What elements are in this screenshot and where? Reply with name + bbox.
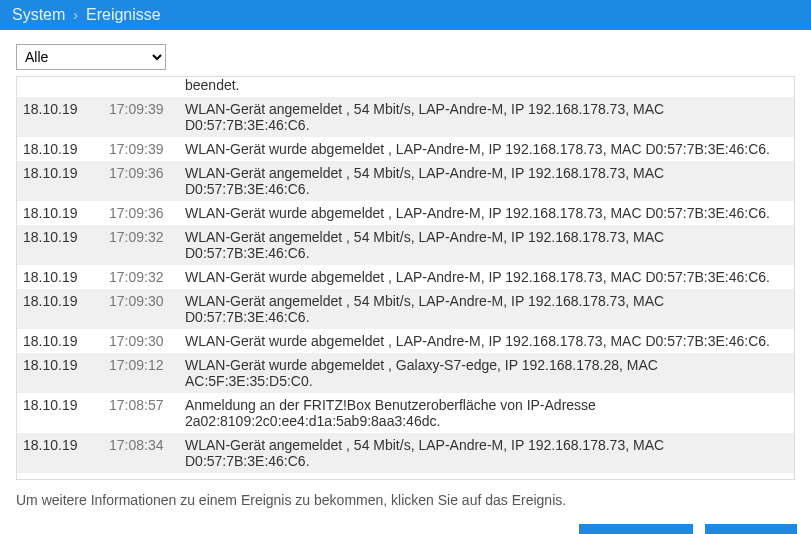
event-message: beendet. [179,77,794,97]
event-message: WLAN-Gerät wurde abgemeldet , LAP-Andre-… [179,329,794,353]
table-row[interactable]: 18.10.1917:09:36WLAN-Gerät angemeldet , … [17,161,794,201]
table-row[interactable]: 18.10.1917:09:36WLAN-Gerät wurde abgemel… [17,201,794,225]
event-message: WLAN-Gerät wurde abgemeldet , LAP-Andre-… [179,473,794,480]
event-log-container: beendet.18.10.1917:09:39WLAN-Gerät angem… [16,76,795,480]
table-row[interactable]: 18.10.1917:08:34WLAN-Gerät angemeldet , … [17,433,794,473]
event-message: WLAN-Gerät angemeldet , 54 Mbit/s, LAP-A… [179,289,794,329]
table-row[interactable]: 18.10.1917:09:32WLAN-Gerät angemeldet , … [17,225,794,265]
event-date: 18.10.19 [17,137,103,161]
event-message: WLAN-Gerät wurde abgemeldet , Galaxy-S7-… [179,353,794,393]
event-date: 18.10.19 [17,161,103,201]
event-time: 17:09:36 [103,201,179,225]
table-row[interactable]: 18.10.1917:09:32WLAN-Gerät wurde abgemel… [17,265,794,289]
event-filter-select[interactable]: Alle [16,44,166,70]
event-time: 17:09:39 [103,137,179,161]
event-message: WLAN-Gerät wurde abgemeldet , LAP-Andre-… [179,137,794,161]
refresh-button[interactable]: Aktualisie [705,524,797,534]
event-message: WLAN-Gerät angemeldet , 54 Mbit/s, LAP-A… [179,225,794,265]
hint-text: Um weitere Informationen zu einem Ereign… [16,492,795,508]
breadcrumb: System › Ereignisse [0,0,811,30]
event-message: Anmeldung an der FRITZ!Box Benutzeroberf… [179,393,794,433]
event-message: WLAN-Gerät wurde abgemeldet , LAP-Andre-… [179,201,794,225]
event-date: 18.10.19 [17,353,103,393]
breadcrumb-events: Ereignisse [86,6,161,24]
breadcrumb-system[interactable]: System [12,6,65,24]
event-table: beendet.18.10.1917:09:39WLAN-Gerät angem… [17,77,794,480]
event-date: 18.10.19 [17,201,103,225]
event-date: 18.10.19 [17,393,103,433]
table-row[interactable]: 18.10.1917:08:57Anmeldung an der FRITZ!B… [17,393,794,433]
event-time: 17:08:34 [103,473,179,480]
event-time: 17:09:30 [103,329,179,353]
event-time: 17:09:36 [103,161,179,201]
event-time: 17:08:57 [103,393,179,433]
event-date: 18.10.19 [17,433,103,473]
event-date: 18.10.19 [17,225,103,265]
event-time: 17:09:12 [103,353,179,393]
event-time: 17:09:32 [103,265,179,289]
table-row[interactable]: 18.10.1917:09:12WLAN-Gerät wurde abgemel… [17,353,794,393]
event-message: WLAN-Gerät angemeldet , 54 Mbit/s, LAP-A… [179,433,794,473]
clear-list-button[interactable]: Liste löschen [579,524,693,534]
event-message: WLAN-Gerät angemeldet , 54 Mbit/s, LAP-A… [179,97,794,137]
event-date: 18.10.19 [17,329,103,353]
event-time: 17:09:32 [103,225,179,265]
event-time: 17:08:34 [103,433,179,473]
event-date: 18.10.19 [17,289,103,329]
table-row[interactable]: 18.10.1917:09:30WLAN-Gerät angemeldet , … [17,289,794,329]
table-row[interactable]: 18.10.1917:09:39WLAN-Gerät wurde abgemel… [17,137,794,161]
table-row[interactable]: 18.10.1917:09:39WLAN-Gerät angemeldet , … [17,97,794,137]
chevron-right-icon: › [73,7,78,23]
table-row[interactable]: beendet. [17,77,794,97]
event-message: WLAN-Gerät wurde abgemeldet , LAP-Andre-… [179,265,794,289]
table-row[interactable]: 18.10.1917:09:30WLAN-Gerät wurde abgemel… [17,329,794,353]
event-date: 18.10.19 [17,473,103,480]
event-time: 17:09:39 [103,97,179,137]
event-date: 18.10.19 [17,265,103,289]
event-time: 17:09:30 [103,289,179,329]
event-message: WLAN-Gerät angemeldet , 54 Mbit/s, LAP-A… [179,161,794,201]
table-row[interactable]: 18.10.1917:08:34WLAN-Gerät wurde abgemel… [17,473,794,480]
event-date: 18.10.19 [17,97,103,137]
